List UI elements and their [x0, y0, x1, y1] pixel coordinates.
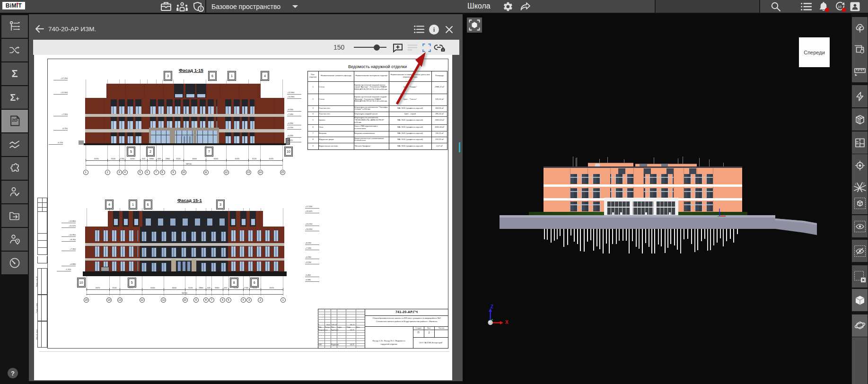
svg-text:2D: 2D: [12, 117, 18, 122]
svg-text:10: 10: [838, 5, 842, 9]
svg-text:X: X: [505, 320, 509, 325]
svg-text:2: 2: [863, 182, 864, 184]
svg-text:1: 1: [855, 183, 856, 185]
svg-text:Z: Z: [491, 304, 493, 309]
